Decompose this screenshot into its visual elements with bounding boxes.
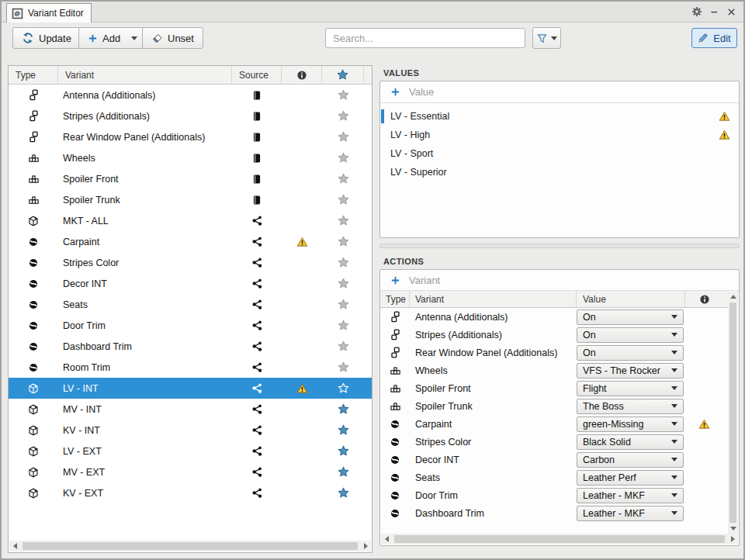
action-row[interactable]: Stripes ColorBlack Solid	[380, 433, 729, 451]
vertical-scrollbar[interactable]	[728, 292, 738, 534]
variant-row[interactable]: MKT - ALL	[9, 210, 372, 231]
favorite-star[interactable]	[322, 173, 364, 185]
variant-row[interactable]: Stripes (Additionals)	[9, 105, 372, 126]
column-header-source[interactable]: Source	[232, 66, 282, 84]
value-dropdown[interactable]: On	[577, 345, 684, 361]
search-input[interactable]	[325, 28, 525, 48]
horizontal-scrollbar[interactable]	[9, 541, 371, 551]
star-icon[interactable]	[338, 89, 349, 101]
variant-row[interactable]: Carpaint	[9, 231, 372, 252]
scroll-right-button[interactable]	[360, 541, 371, 551]
star-icon[interactable]	[338, 110, 349, 122]
star-icon[interactable]	[338, 424, 349, 436]
action-row[interactable]: Door TrimLeather - MKF	[380, 486, 729, 504]
star-icon[interactable]	[338, 487, 349, 499]
favorite-star[interactable]	[322, 89, 364, 101]
favorite-star[interactable]	[322, 110, 364, 122]
action-row[interactable]: Dashboard TrimLeather - MKF	[380, 504, 729, 522]
star-icon[interactable]	[338, 466, 349, 478]
column-header-type[interactable]: Type	[9, 66, 58, 84]
unset-button[interactable]: Unset	[142, 27, 203, 49]
star-icon[interactable]	[338, 131, 349, 143]
favorite-star[interactable]	[322, 445, 364, 457]
value-dropdown[interactable]: Leather Perf	[577, 470, 684, 486]
variant-row[interactable]: Rear Window Panel (Additionals)	[9, 126, 372, 147]
tab-variant-editor[interactable]: Variant Editor	[6, 3, 92, 22]
scrollbar-thumb[interactable]	[394, 535, 725, 543]
variant-row[interactable]: Door Trim	[9, 315, 372, 336]
favorite-star[interactable]	[322, 215, 364, 226]
gear-icon[interactable]	[691, 6, 702, 17]
value-dropdown[interactable]: green-Missing	[577, 417, 684, 432]
filter-button[interactable]	[532, 27, 561, 49]
column-header-variant[interactable]: Variant	[58, 66, 232, 84]
panel-splitter[interactable]	[379, 244, 740, 248]
star-icon[interactable]	[338, 299, 349, 310]
favorite-star[interactable]	[322, 340, 364, 352]
favorite-star[interactable]	[322, 131, 364, 143]
action-row[interactable]: SeatsLeather Perf	[380, 468, 729, 486]
update-button[interactable]: Update	[12, 27, 81, 49]
star-icon[interactable]	[338, 278, 349, 289]
edit-button[interactable]: Edit	[691, 28, 737, 48]
favorite-star[interactable]	[322, 487, 364, 499]
favorite-star[interactable]	[322, 299, 364, 310]
add-value-button[interactable]: Value	[380, 81, 739, 103]
value-item[interactable]: LV - Superior	[380, 163, 739, 181]
close-icon[interactable]	[726, 7, 736, 17]
value-dropdown[interactable]: VFS - The Rocker	[577, 363, 684, 379]
star-icon[interactable]	[338, 194, 349, 206]
variant-row[interactable]: KV - INT	[9, 420, 372, 441]
star-icon[interactable]	[338, 320, 349, 331]
action-row[interactable]: Rear Window Panel (Additionals)On	[380, 344, 729, 361]
scroll-down-button[interactable]	[728, 524, 738, 534]
column-header-type[interactable]: Type	[380, 291, 410, 307]
variant-row[interactable]: Wheels	[9, 147, 372, 168]
value-item[interactable]: LV - High	[380, 126, 739, 144]
value-dropdown[interactable]: The Boss	[577, 399, 684, 414]
column-header-info[interactable]	[282, 66, 322, 84]
variant-row[interactable]: MV - EXT	[9, 461, 372, 482]
value-dropdown[interactable]: Leather - MKF	[577, 506, 684, 521]
favorite-star[interactable]	[322, 320, 364, 331]
value-dropdown[interactable]: On	[577, 327, 684, 343]
favorite-star[interactable]	[322, 403, 364, 415]
variant-row[interactable]: Spoiler Trunk	[9, 189, 372, 210]
star-icon[interactable]	[338, 173, 349, 185]
variant-row[interactable]: MV - INT	[9, 399, 372, 420]
variant-row[interactable]: LV - EXT	[9, 441, 372, 461]
action-row[interactable]: Decor INTCarbon	[380, 451, 729, 468]
star-icon[interactable]	[338, 236, 349, 247]
favorite-star[interactable]	[322, 278, 364, 289]
value-dropdown[interactable]: On	[577, 309, 684, 325]
horizontal-scrollbar[interactable]	[381, 534, 738, 544]
favorite-star[interactable]	[322, 466, 364, 478]
favorite-star[interactable]	[322, 382, 364, 394]
star-icon[interactable]	[338, 152, 349, 164]
minimize-icon[interactable]	[709, 7, 719, 17]
favorite-star[interactable]	[322, 361, 364, 373]
scroll-left-button[interactable]	[9, 541, 20, 551]
scrollbar-thumb[interactable]	[23, 542, 358, 550]
star-icon[interactable]	[338, 340, 349, 352]
variant-row[interactable]: KV - EXT	[9, 482, 372, 503]
variant-row[interactable]: Dashboard Trim	[9, 336, 372, 357]
variant-row[interactable]: Stripes Color	[9, 252, 372, 273]
scroll-left-button[interactable]	[381, 534, 392, 544]
column-header-variant[interactable]: Variant	[410, 291, 577, 307]
favorite-star[interactable]	[322, 152, 364, 164]
variant-row[interactable]: Decor INT	[9, 273, 372, 294]
action-row[interactable]: Carpaintgreen-Missing	[380, 415, 729, 433]
action-row[interactable]: Stripes (Additionals)On	[380, 326, 729, 344]
star-icon[interactable]	[338, 361, 349, 373]
variant-row[interactable]: LV - INT	[9, 378, 372, 399]
add-variant-button[interactable]: Variant	[380, 270, 739, 291]
column-header-value[interactable]: Value	[577, 291, 685, 307]
scroll-up-button[interactable]	[728, 292, 738, 302]
variant-row[interactable]: Spoiler Front	[9, 168, 372, 189]
action-row[interactable]: Spoiler FrontFlight	[380, 379, 729, 397]
star-icon[interactable]	[338, 215, 349, 226]
action-row[interactable]: Antenna (Additionals)On	[380, 308, 729, 326]
favorite-star[interactable]	[322, 257, 364, 268]
variant-row[interactable]: Seats	[9, 294, 372, 315]
